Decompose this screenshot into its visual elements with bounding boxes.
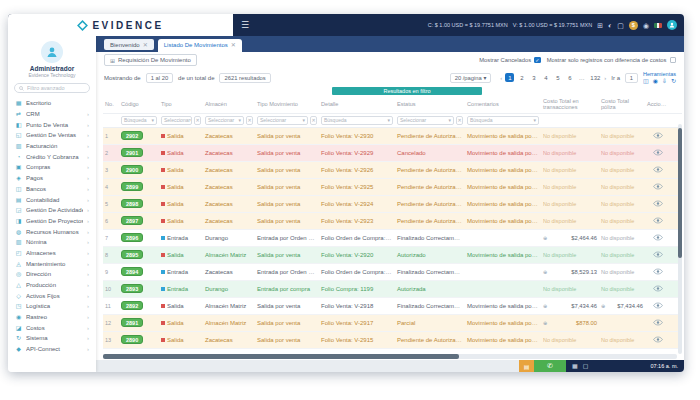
- view-detail-eye-icon[interactable]: [653, 251, 663, 259]
- page-button-5[interactable]: 5: [553, 73, 562, 82]
- clear-filter-icon[interactable]: ✕: [246, 116, 253, 125]
- view-detail-eye-icon[interactable]: [653, 217, 663, 225]
- sidebar-item-activos-fijos[interactable]: ◇Activos Fijos›: [8, 290, 96, 301]
- sidebar-item-nomina[interactable]: ▥Nómina›: [8, 237, 96, 248]
- scrollbar-thumb[interactable]: [678, 128, 682, 258]
- table-row[interactable]: 122891SalidaAlmacén MatrizSalida por ven…: [103, 315, 682, 332]
- sidebar-item-credito-y-cobranza[interactable]: ◔Crédito Y Cobranza›: [8, 151, 96, 162]
- sidebar-item-mantenimiento[interactable]: ◬Mantenimiento›: [8, 258, 96, 269]
- table-row[interactable]: 132890SalidaZacatecasSalida por ventaFol…: [103, 332, 682, 349]
- sidebar-item-punto-de-venta[interactable]: ◧Punto De Venta›: [8, 119, 96, 130]
- code-badge[interactable]: 2901: [121, 148, 143, 157]
- next-page-icon[interactable]: ›: [604, 75, 606, 81]
- tab-bienvenido[interactable]: Bienvenido ✕: [104, 39, 154, 50]
- code-badge[interactable]: 2891: [121, 318, 143, 327]
- sidebar-item-pagos[interactable]: ◈Pagos›: [8, 173, 96, 184]
- flag-icon[interactable]: [654, 23, 662, 28]
- sidebar-item-logistica[interactable]: ◳Logística›: [8, 301, 96, 312]
- show-cancelled-checkbox[interactable]: Mostrar Cancelados ✓: [479, 57, 540, 64]
- select-filter[interactable]: Seleccionar▾: [161, 116, 192, 125]
- view-detail-eye-icon[interactable]: [653, 149, 663, 157]
- info-plus-icon[interactable]: ⊕: [601, 303, 605, 309]
- download-icon[interactable]: ⇩: [662, 78, 667, 84]
- notifications-icon[interactable]: ◉: [643, 22, 649, 29]
- table-row[interactable]: 62897SalidaZacatecasSalida por ventaFoli…: [103, 213, 682, 230]
- view-detail-eye-icon[interactable]: [653, 302, 663, 310]
- search-filter-select[interactable]: Búsqueda▾: [121, 116, 157, 125]
- info-plus-icon[interactable]: ⊕: [543, 320, 547, 326]
- info-plus-icon[interactable]: ⊕: [543, 269, 547, 275]
- view-detail-eye-icon[interactable]: [653, 166, 663, 174]
- view-detail-eye-icon[interactable]: [653, 200, 663, 208]
- view-detail-eye-icon[interactable]: [653, 183, 663, 191]
- currency-coin-icon[interactable]: $: [629, 21, 638, 30]
- tab-listado-de-movimientos[interactable]: Listado De Movimientos ✕: [158, 39, 242, 52]
- sidebar-item-escritorio[interactable]: ▦Escritorio: [8, 98, 96, 109]
- table-row[interactable]: 52898SalidaZacatecasSalida por ventaFoli…: [103, 196, 682, 213]
- scrollbar-thumb[interactable]: [103, 354, 459, 359]
- page-button-2[interactable]: 2: [517, 73, 526, 82]
- view-detail-eye-icon[interactable]: [653, 285, 663, 293]
- sidebar-item-costos[interactable]: ◪Costos›: [8, 322, 96, 333]
- table-row[interactable]: 22901SalidaZacatecasSalida por ventaFoli…: [103, 145, 682, 162]
- refresh-icon[interactable]: ↻: [671, 78, 676, 84]
- search-filter-select[interactable]: Búsqueda▾: [321, 116, 393, 125]
- info-plus-icon[interactable]: ⊕: [543, 235, 547, 241]
- sidebar-item-gestion-de-proyectos[interactable]: ◨Gestión De Proyectos›: [8, 216, 96, 227]
- sidebar-item-rastreo[interactable]: ◉Rastreo›: [8, 312, 96, 323]
- code-badge[interactable]: 2890: [121, 335, 143, 344]
- footer-apps-icon[interactable]: ▦: [572, 363, 578, 369]
- sidebar-search[interactable]: [14, 83, 90, 93]
- sidebar-item-crm[interactable]: ⇄CRM›: [8, 109, 96, 120]
- code-badge[interactable]: 2896: [121, 233, 143, 242]
- view-detail-eye-icon[interactable]: [653, 268, 663, 276]
- sidebar-item-bancos[interactable]: ◫Bancos›: [8, 184, 96, 195]
- sidebar-item-almacenes[interactable]: ◰Almacenes›: [8, 248, 96, 259]
- page-button-1[interactable]: 1: [505, 73, 514, 82]
- sidebar-item-recursos-humanos[interactable]: ◍Recursos Humanos›: [8, 226, 96, 237]
- vertical-scrollbar[interactable]: [678, 124, 682, 354]
- code-badge[interactable]: 2892: [121, 301, 143, 310]
- sidebar-item-direccion[interactable]: ◎Dirección›: [8, 269, 96, 280]
- table-row[interactable]: 112892SalidaAlmacén MatrizSalida por ven…: [103, 298, 682, 315]
- window-icon[interactable]: ▢: [617, 22, 624, 29]
- code-badge[interactable]: 2894: [121, 267, 143, 276]
- select-filter[interactable]: Seleccionar▾: [257, 116, 308, 125]
- code-badge[interactable]: 2895: [121, 250, 143, 259]
- table-row[interactable]: 42899SalidaZacatecasSalida por ventaFoli…: [103, 179, 682, 196]
- show-cost-diff-checkbox[interactable]: Mostrar solo registros con diferencia de…: [547, 57, 676, 64]
- apps-grid-icon[interactable]: ⊞: [597, 22, 603, 29]
- page-button-6[interactable]: 6: [565, 73, 574, 82]
- sidebar-item-contabilidad[interactable]: ▤Contabilidad›: [8, 194, 96, 205]
- page-button-132[interactable]: 132: [589, 73, 601, 82]
- select-filter[interactable]: Seleccionar▾: [397, 116, 454, 125]
- support-button[interactable]: ▤: [519, 360, 534, 372]
- table-row[interactable]: 82895SalidaAlmacén MatrizSalida por vent…: [103, 247, 682, 264]
- table-row[interactable]: 32900SalidaZacatecasSalida por ventaFoli…: [103, 162, 682, 179]
- code-badge[interactable]: 2900: [121, 165, 143, 174]
- columns-icon[interactable]: ◫: [643, 78, 649, 84]
- view-detail-eye-icon[interactable]: [653, 132, 663, 140]
- footer-display-icon[interactable]: ▢: [583, 363, 589, 369]
- code-badge[interactable]: 2899: [121, 182, 143, 191]
- select-filter[interactable]: Seleccionar▾: [205, 116, 244, 125]
- sidebar-item-api-connect[interactable]: ◆API-Connect›: [8, 344, 96, 355]
- night-mode-icon[interactable]: ◐: [608, 22, 612, 29]
- whatsapp-button[interactable]: ✆: [534, 360, 566, 372]
- info-plus-icon[interactable]: ⊕: [543, 303, 547, 309]
- checkbox-unchecked-icon[interactable]: [670, 57, 677, 64]
- table-row[interactable]: 102893EntradaDurangoEntrada por compraFo…: [103, 281, 682, 298]
- table-row[interactable]: 72896EntradaDurangoEntrada por Orden com…: [103, 230, 682, 247]
- search-filter-select[interactable]: Búsqueda▾: [467, 116, 539, 125]
- goto-page-input[interactable]: [625, 73, 638, 83]
- clear-filter-icon[interactable]: ✕: [310, 116, 317, 125]
- code-badge[interactable]: 2893: [121, 284, 143, 293]
- prev-page-icon[interactable]: ‹: [500, 75, 502, 81]
- horizontal-scrollbar[interactable]: [103, 354, 677, 359]
- code-badge[interactable]: 2898: [121, 199, 143, 208]
- sidebar-item-sistema[interactable]: ↻Sistema›: [8, 333, 96, 344]
- table-row[interactable]: 92894EntradaZacatecasEntrada por Orden c…: [103, 264, 682, 281]
- page-size-select[interactable]: 20 /pagina ▾: [450, 73, 492, 83]
- checkbox-checked-icon[interactable]: ✓: [534, 57, 541, 64]
- requisicion-movimiento-button[interactable]: ⊞ Requisición De Movimiento: [104, 54, 197, 66]
